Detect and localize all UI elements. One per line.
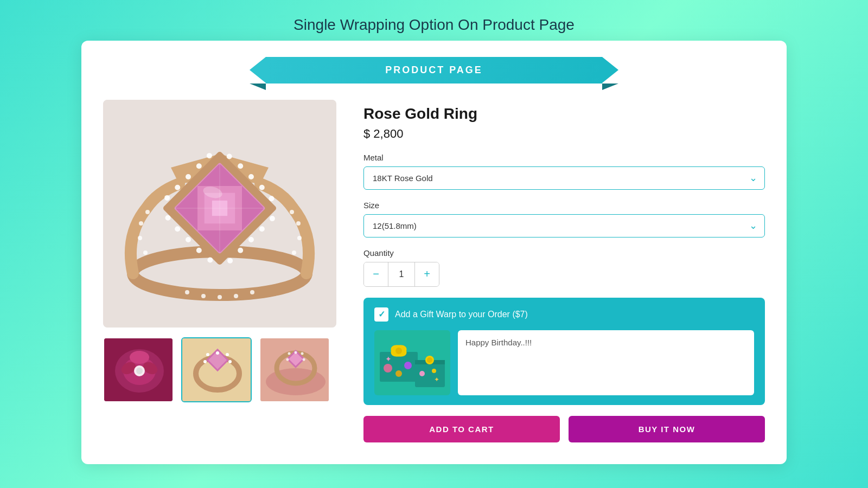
buy-now-button[interactable]: BUY IT NOW bbox=[569, 416, 765, 442]
action-buttons: ADD TO CART BUY IT NOW bbox=[363, 416, 765, 442]
product-info-section: Rose Gold Ring $ 2,800 Metal 18KT Rose G… bbox=[363, 100, 765, 442]
add-to-cart-button[interactable]: ADD TO CART bbox=[363, 416, 560, 442]
svg-point-3 bbox=[138, 236, 142, 240]
quantity-increase-button[interactable]: + bbox=[415, 262, 439, 286]
svg-point-82 bbox=[404, 362, 412, 369]
gift-message-textarea[interactable]: Happy Birthday..!!! bbox=[458, 330, 754, 395]
size-label: Size bbox=[363, 201, 765, 210]
svg-point-62 bbox=[203, 360, 207, 363]
svg-point-8 bbox=[296, 221, 301, 226]
quantity-decrease-button[interactable]: − bbox=[364, 262, 388, 286]
svg-point-11 bbox=[201, 294, 206, 298]
svg-text:✦: ✦ bbox=[385, 355, 392, 363]
content-area: Rose Gold Ring $ 2,800 Metal 18KT Rose G… bbox=[103, 100, 765, 442]
svg-point-12 bbox=[218, 295, 222, 299]
ribbon-banner: PRODUCT PAGE bbox=[266, 57, 602, 84]
metal-select[interactable]: 18KT Rose Gold bbox=[363, 166, 765, 190]
svg-point-13 bbox=[234, 294, 238, 298]
metal-select-wrapper: 18KT Rose Gold ⌄ bbox=[363, 166, 765, 190]
svg-point-58 bbox=[206, 353, 209, 356]
svg-point-72 bbox=[303, 358, 305, 361]
size-select[interactable]: 12(51.8mm) bbox=[363, 214, 765, 237]
product-price: $ 2,800 bbox=[363, 127, 765, 141]
svg-point-73 bbox=[286, 358, 289, 361]
quantity-label: Quantity bbox=[363, 248, 765, 258]
metal-label: Metal bbox=[363, 153, 765, 162]
gift-wrap-content: ✦ ✦ Happy Birthday..!!! bbox=[374, 330, 754, 395]
thumbnail-1[interactable] bbox=[103, 337, 174, 402]
svg-point-70 bbox=[295, 351, 297, 354]
svg-point-2 bbox=[143, 251, 148, 255]
svg-point-59 bbox=[216, 351, 219, 355]
page-title: Single Wrapping Option On Product Page bbox=[293, 16, 575, 34]
quantity-value: 1 bbox=[388, 262, 415, 286]
thumbnail-3[interactable] bbox=[259, 337, 330, 402]
thumbnail-strip bbox=[103, 337, 336, 402]
size-select-wrapper: 12(51.8mm) ⌄ bbox=[363, 214, 765, 237]
gift-wrap-header: ✓ Add a Gift Warp to your Order ($7) bbox=[374, 307, 754, 322]
svg-point-5 bbox=[145, 210, 150, 214]
svg-point-61 bbox=[228, 360, 232, 363]
gift-wrap-image: ✦ ✦ bbox=[374, 330, 450, 395]
svg-point-9 bbox=[290, 210, 294, 214]
svg-point-69 bbox=[288, 352, 291, 355]
ribbon-text: PRODUCT PAGE bbox=[385, 65, 483, 76]
svg-point-86 bbox=[427, 357, 432, 363]
svg-point-88 bbox=[432, 369, 436, 373]
gift-wrap-section: ✓ Add a Gift Warp to your Order ($7) bbox=[363, 298, 765, 405]
svg-point-60 bbox=[226, 353, 229, 356]
quantity-controls: − 1 + bbox=[363, 262, 439, 287]
svg-point-53 bbox=[136, 368, 143, 374]
svg-point-81 bbox=[395, 370, 402, 377]
product-card: PRODUCT PAGE bbox=[81, 41, 787, 464]
svg-point-71 bbox=[301, 352, 304, 355]
svg-point-49 bbox=[130, 351, 149, 364]
ribbon-container: PRODUCT PAGE bbox=[103, 57, 765, 84]
svg-point-4 bbox=[139, 221, 143, 226]
svg-point-14 bbox=[250, 290, 254, 294]
thumbnail-2[interactable] bbox=[181, 337, 252, 402]
svg-point-7 bbox=[297, 236, 302, 240]
svg-text:✦: ✦ bbox=[434, 376, 439, 383]
ribbon-left-fold bbox=[250, 84, 266, 90]
quantity-section: Quantity − 1 + bbox=[363, 248, 765, 287]
gift-message-text: Happy Birthday..!!! bbox=[465, 338, 532, 347]
svg-point-87 bbox=[419, 371, 425, 376]
gift-wrap-label: Add a Gift Warp to your Order ($7) bbox=[395, 310, 528, 319]
gift-wrap-checkbox[interactable]: ✓ bbox=[374, 307, 388, 322]
images-section bbox=[103, 100, 336, 402]
svg-point-10 bbox=[185, 290, 189, 294]
svg-point-80 bbox=[384, 364, 392, 373]
main-product-image bbox=[103, 100, 336, 328]
ribbon-right-fold bbox=[602, 84, 618, 90]
svg-point-79 bbox=[395, 348, 402, 354]
product-title: Rose Gold Ring bbox=[363, 105, 765, 123]
checkmark-icon: ✓ bbox=[378, 309, 385, 319]
svg-point-6 bbox=[292, 251, 296, 255]
